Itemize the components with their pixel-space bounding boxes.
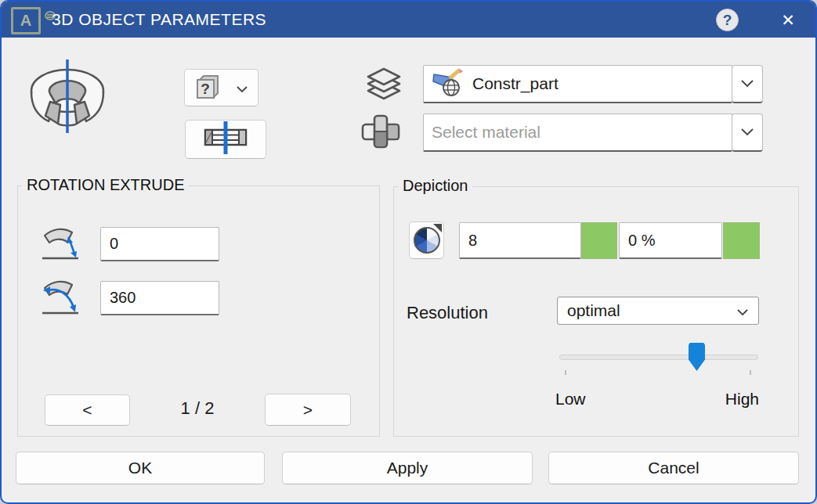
- resolution-slider-thumb[interactable]: [689, 343, 705, 371]
- pen-color-swatch[interactable]: [581, 222, 617, 259]
- depiction-group-title: Depiction: [398, 177, 472, 195]
- material-icon: [360, 112, 403, 151]
- cancel-button[interactable]: Cancel: [548, 452, 799, 484]
- slider-high-label: High: [725, 390, 759, 409]
- pen-style-button[interactable]: [409, 221, 444, 259]
- corner-dropdown-triangle-icon: [433, 224, 442, 232]
- page-indicator: 1 / 2: [158, 398, 237, 419]
- close-button[interactable]: ✕: [772, 8, 804, 32]
- material-dropdown-button[interactable]: [732, 113, 763, 152]
- resolution-select[interactable]: optimal: [557, 297, 759, 325]
- titlebar[interactable]: A 3D OBJECT PARAMETERS ? ✕: [2, 2, 815, 38]
- ok-button[interactable]: OK: [16, 452, 265, 484]
- depiction-group: Depiction Resolution optimal Low High: [393, 186, 799, 437]
- resolution-slider-track[interactable]: [559, 355, 758, 360]
- end-angle-input[interactable]: [100, 281, 219, 315]
- layer-select-value: Constr_part: [472, 74, 559, 93]
- app-icon: A: [11, 7, 41, 34]
- chevron-down-icon: [736, 301, 749, 320]
- layers-icon: [365, 67, 403, 103]
- next-page-button[interactable]: >: [265, 394, 351, 426]
- start-angle-icon: [40, 225, 81, 265]
- close-icon: ✕: [781, 11, 795, 30]
- profile-cross-section-icon: [200, 120, 251, 160]
- app-icon-letter: A: [20, 12, 31, 30]
- rotation-extrude-group: ROTATION EXTRUDE < 1 / 2 >: [17, 185, 380, 437]
- dialog-3d-object-parameters: A 3D OBJECT PARAMETERS ? ✕: [0, 0, 817, 504]
- chevron-down-icon: [740, 77, 754, 91]
- resolution-label: Resolution: [407, 303, 488, 323]
- construction-part-icon: [432, 67, 465, 101]
- prev-page-button[interactable]: <: [45, 394, 130, 426]
- layer-select-field[interactable]: Constr_part: [423, 65, 732, 103]
- profile-button[interactable]: [185, 120, 266, 159]
- transparency-input[interactable]: [619, 222, 722, 259]
- slider-tick-low: [565, 370, 566, 375]
- object-type-dropdown[interactable]: ?: [184, 69, 258, 106]
- chevron-down-icon: [740, 125, 754, 139]
- svg-text:?: ?: [201, 81, 210, 97]
- chevron-down-icon: [236, 78, 248, 97]
- end-angle-icon: [40, 278, 81, 319]
- material-select-placeholder: Select material: [432, 123, 540, 142]
- material-select-field[interactable]: Select material: [423, 113, 732, 152]
- rotation-solid-preview-icon: [28, 58, 110, 136]
- cube-question-icon: ?: [194, 74, 221, 102]
- help-button[interactable]: ?: [716, 9, 739, 31]
- apply-button[interactable]: Apply: [282, 452, 533, 484]
- start-angle-input[interactable]: [100, 227, 219, 261]
- resolution-select-value: optimal: [567, 301, 620, 320]
- fill-color-swatch[interactable]: [723, 222, 760, 259]
- help-icon: ?: [723, 12, 732, 29]
- window-title: 3D OBJECT PARAMETERS: [52, 2, 266, 38]
- rotation-extrude-group-title: ROTATION EXTRUDE: [22, 176, 189, 194]
- slider-tick-high: [750, 370, 751, 375]
- slider-low-label: Low: [555, 390, 586, 409]
- layer-dropdown-button[interactable]: [732, 65, 763, 103]
- pen-width-input[interactable]: [459, 222, 581, 259]
